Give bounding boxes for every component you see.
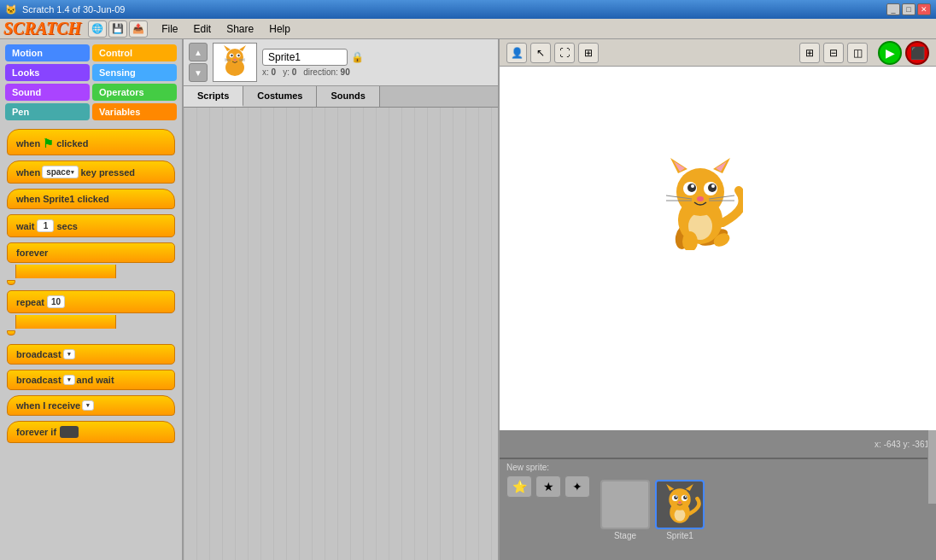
user-icon-button[interactable]: 👤 (506, 43, 527, 63)
menu-share[interactable]: Share (219, 21, 260, 37)
block-broadcast-wait[interactable]: broadcast ▾ and wait (7, 370, 175, 390)
script-tabs: Scripts Costumes Sounds (184, 86, 498, 108)
menu-help[interactable]: Help (262, 21, 297, 37)
sprites-area: New sprite: ⭐ ★ ✦ Stage (500, 458, 936, 560)
sprite-y: y: 0 (283, 67, 296, 77)
title-text: Scratch 1.4 of 30-Jun-09 (22, 4, 125, 15)
new-sprite-bar: New sprite: ⭐ ★ ✦ (500, 459, 597, 560)
block-forever[interactable]: forever (7, 242, 175, 263)
close-button[interactable]: ✕ (917, 3, 931, 15)
cat-svg (658, 156, 743, 250)
category-pen[interactable]: Pen (5, 103, 90, 120)
stage-coordinates: x: -643 y: -361 (875, 440, 929, 449)
svg-point-6 (231, 55, 232, 56)
script-area[interactable] (184, 108, 498, 560)
lock-icon: 🔒 (351, 51, 364, 63)
app-icon: 🐱 (5, 4, 17, 15)
sprite-list: Stage (597, 459, 936, 560)
stage-label: Stage (614, 531, 636, 540)
broadcast-wait-dropdown[interactable]: ▾ (63, 375, 75, 385)
block-when-receive[interactable]: when I receive ▾ (7, 395, 175, 416)
layout-btn-1[interactable]: ⊞ (799, 43, 820, 63)
svg-marker-3 (239, 45, 246, 51)
minimize-button[interactable]: _ (886, 3, 900, 15)
sprite-item-sprite1[interactable]: Sprite1 (655, 480, 705, 540)
wait-input[interactable]: 1 (37, 219, 54, 232)
category-motion[interactable]: Motion (5, 44, 90, 61)
sprite-coords: x: 0 y: 0 direction: 90 (262, 67, 364, 77)
svg-point-28 (697, 196, 704, 201)
new-sprite-buttons: ⭐ ★ ✦ (506, 475, 590, 498)
category-control[interactable]: Control (92, 44, 177, 61)
block-list: when ⚑ clicked when space▾ key pressed w… (0, 125, 182, 560)
tab-sounds[interactable]: Sounds (317, 86, 379, 107)
block-when-sprite-clicked[interactable]: when Sprite1 clicked (7, 189, 175, 209)
category-operators[interactable]: Operators (92, 84, 177, 101)
right-panel: 👤 ↖ ⛶ ⊞ ⊞ ⊟ ◫ ▶ ⬛ (500, 39, 936, 560)
svg-point-44 (676, 496, 677, 498)
receive-dropdown[interactable]: ▾ (82, 400, 94, 411)
main-layout: Motion Control Looks Sensing Sound Opera… (0, 39, 936, 560)
svg-point-46 (678, 501, 682, 504)
title-bar: 🐱 Scratch 1.4 of 30-Jun-09 _ □ ✕ (0, 0, 936, 19)
svg-point-1 (226, 49, 243, 66)
block-wait-secs[interactable]: wait 1 secs (7, 214, 175, 237)
layout-btn-3[interactable]: ◫ (847, 43, 868, 63)
red-stop-button[interactable]: ⬛ (905, 41, 929, 65)
sprite-nav-down[interactable]: ▼ (189, 63, 208, 82)
category-looks[interactable]: Looks (5, 64, 90, 81)
key-dropdown[interactable]: space▾ (42, 166, 79, 178)
category-grid: Motion Control Looks Sensing Sound Opera… (0, 39, 182, 125)
block-when-key-pressed[interactable]: when space▾ key pressed (7, 160, 175, 184)
menu-edit[interactable]: Edit (187, 21, 219, 37)
block-forever-if[interactable]: forever if (7, 421, 175, 443)
middle-panel: ▲ ▼ (184, 39, 500, 560)
grid-button[interactable]: ⊞ (578, 43, 599, 63)
scratch-logo: SCRATCH (3, 19, 81, 38)
menu-bar: SCRATCH 🌐 💾 📤 File Edit Share Help (0, 19, 936, 39)
block-repeat[interactable]: repeat 10 (7, 290, 175, 313)
sprite1-label: Sprite1 (666, 531, 693, 540)
category-sensing[interactable]: Sensing (92, 64, 177, 81)
layout-btn-2[interactable]: ⊟ (823, 43, 844, 63)
globe-button[interactable]: 🌐 (88, 20, 107, 38)
sprite-item-stage[interactable]: Stage (600, 480, 650, 540)
category-sound[interactable]: Sound (5, 84, 90, 101)
maximize-button[interactable]: □ (902, 3, 916, 15)
upload-sprite-button[interactable]: ★ (535, 475, 561, 498)
tab-costumes[interactable]: Costumes (243, 86, 317, 107)
svg-point-37 (669, 488, 690, 510)
svg-point-8 (234, 59, 237, 61)
svg-point-17 (676, 168, 724, 216)
tab-scripts[interactable]: Scripts (184, 86, 243, 107)
stage-coords-bar: x: -643 y: -361 (500, 430, 936, 458)
sprite-thumbnail (213, 43, 257, 82)
broadcast-dropdown[interactable]: ▾ (63, 349, 75, 359)
green-flag-button[interactable]: ▶ (878, 41, 902, 65)
fullscreen-button[interactable]: ⛶ (554, 43, 575, 63)
paint-sprite-button[interactable]: ⭐ (506, 475, 532, 498)
menu-file[interactable]: File (155, 21, 184, 37)
sprite-header: ▲ ▼ (184, 39, 498, 86)
camera-sprite-button[interactable]: ✦ (565, 475, 590, 498)
svg-marker-39 (686, 483, 693, 490)
category-variables[interactable]: Variables (92, 103, 177, 120)
sprite-name-area: 🔒 x: 0 y: 0 direction: 90 (262, 49, 364, 77)
svg-point-45 (685, 496, 687, 498)
sprite-nav-up[interactable]: ▲ (189, 43, 208, 61)
share-icon-button[interactable]: 📤 (129, 20, 148, 38)
sprite-preview (218, 45, 252, 79)
sprite-x: x: 0 (262, 67, 276, 77)
svg-marker-2 (224, 45, 231, 51)
sprite-name-input[interactable] (262, 49, 348, 66)
block-broadcast[interactable]: broadcast ▾ (7, 344, 175, 365)
stage-thumb (600, 480, 650, 529)
svg-point-7 (237, 55, 239, 56)
svg-point-27 (711, 184, 715, 188)
save-button[interactable]: 💾 (108, 20, 127, 38)
repeat-input[interactable]: 10 (47, 295, 65, 308)
stage-area[interactable] (500, 67, 936, 430)
svg-marker-38 (666, 483, 674, 490)
block-when-flag-clicked[interactable]: when ⚑ clicked (7, 129, 175, 155)
cursor-tool-button[interactable]: ↖ (530, 43, 551, 63)
